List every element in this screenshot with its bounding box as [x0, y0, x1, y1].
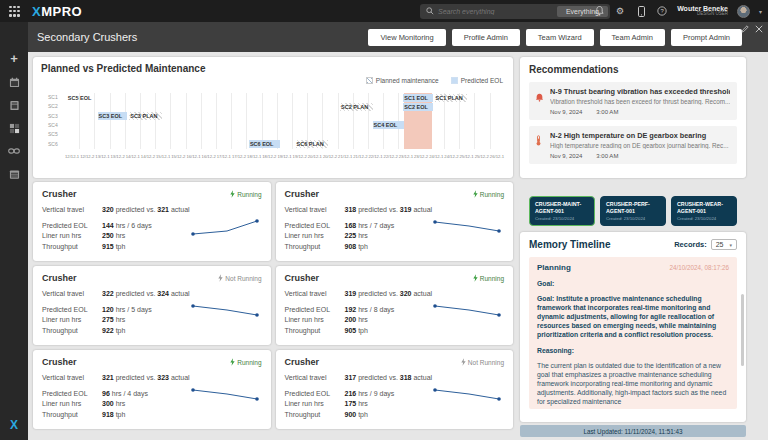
user-avatar[interactable] — [737, 5, 750, 18]
gantt-row-labels: SC1SC2SC3SC4SC5SC6 — [41, 93, 63, 149]
edit-pencil-icon[interactable] — [741, 25, 749, 35]
page-template-icon[interactable] — [8, 99, 20, 111]
axis-tick-label: 12/12-1 — [65, 152, 80, 161]
team-wizard-button[interactable]: Team Wizard — [526, 29, 594, 46]
predicted-eol-swatch — [451, 77, 458, 84]
alarm-icon — [535, 88, 544, 106]
agent-created: Created: 23/10/2024 — [677, 216, 731, 221]
axis-tick-label: 12/12-2 — [80, 152, 95, 161]
help-icon[interactable]: ? — [656, 5, 668, 17]
gantt-bar: SC3 EOL — [98, 112, 127, 120]
add-new-icon[interactable]: + — [8, 53, 20, 65]
search-input[interactable] — [434, 8, 557, 15]
settings-gear-icon[interactable]: ⚙ — [614, 5, 626, 17]
chevron-down-icon: ▾ — [729, 242, 732, 248]
axis-tick-label: 19/12-1 — [277, 152, 292, 161]
agent-name: CRUSHER-WEAR-AGENT-001 — [677, 201, 731, 214]
recommendation-item[interactable]: N-9 Thrust bearing vibration has exceede… — [529, 82, 737, 120]
recommendation-title: N-9 Thrust bearing vibration has exceede… — [550, 87, 730, 96]
gantt-chart: SC1SC2SC3SC4SC5SC6 SC5 EOLSC3 EOLSC3 PLA… — [41, 93, 505, 149]
recommendation-time: 3:00 AM — [596, 153, 618, 159]
agent-cards-row: CRUSHER-MAINT-AGENT-001 Created: 23/10/2… — [520, 190, 746, 232]
gantt-bar: SC5 EOL — [67, 94, 96, 102]
mobile-device-icon[interactable] — [635, 5, 647, 17]
recommendation-item[interactable]: N-2 High temperature on DE gearbox beari… — [529, 126, 737, 164]
scrollbar-thumb[interactable] — [741, 294, 744, 366]
axis-tick-label: 14/12-2 — [141, 152, 156, 161]
recommendation-time: 3:00 AM — [596, 109, 618, 115]
axis-tick-label: 24/12-1 — [429, 152, 444, 161]
power-icon — [230, 358, 235, 366]
trend-sparkline — [189, 299, 261, 323]
crusher-title: Crusher — [285, 273, 320, 283]
view-monitoring-button[interactable]: View Monitoring — [368, 29, 445, 46]
apps-grid-icon[interactable] — [9, 6, 20, 17]
recommendation-desc: High temperature reading on DE gearbox j… — [550, 142, 730, 149]
last-updated-text: Last Updated: 11/11/2024, 11:51:43 — [583, 428, 682, 435]
agent-card[interactable]: CRUSHER-WEAR-AGENT-001 Created: 23/10/20… — [671, 196, 737, 226]
main-content: Planned vs Predicted Maintenance Planned… — [28, 52, 768, 440]
axis-tick-label: 20/12-2 — [323, 152, 338, 161]
metric-label: Vertical travel — [285, 205, 345, 216]
status-badge: Running — [230, 358, 261, 366]
crusher-title: Crusher — [285, 357, 320, 367]
top-bar-right: ⚙ ? Wouter Beneke DESIGN USER ▾ — [593, 0, 762, 22]
gantt-title: Planned vs Predicted Maintenance — [41, 63, 505, 74]
axis-tick-label: 18/12-2 — [262, 152, 277, 161]
status-badge: Not Running — [218, 274, 261, 282]
metric-label: Throughput — [42, 410, 102, 421]
user-role: DESIGN USER — [677, 12, 728, 17]
close-icon[interactable] — [755, 25, 763, 35]
crusher-card: Crusher Not Running Vertical travel322 p… — [33, 266, 271, 345]
goal-label: Goal: — [537, 279, 729, 288]
data-grid-icon[interactable] — [8, 168, 20, 180]
memory-entry[interactable]: Planning 24/10/2024, 08:17:26 Goal: Goal… — [529, 257, 737, 409]
menu-hamburger-icon[interactable] — [9, 30, 20, 42]
user-caret-down-icon[interactable]: ▾ — [759, 8, 762, 15]
axis-tick-label: 22/12-1 — [368, 152, 383, 161]
search-box: Everything — [420, 4, 610, 19]
crusher-card: Crusher Running Vertical travel318 predi… — [276, 182, 514, 261]
trend-sparkline — [431, 299, 503, 323]
records-select[interactable]: 25 ▾ — [711, 239, 737, 250]
xmpro-logo[interactable]: XMPRO — [32, 4, 82, 19]
power-icon — [218, 274, 223, 282]
dashboard-blocks-icon[interactable] — [8, 122, 20, 134]
agent-card[interactable]: CRUSHER-PERF-AGENT-001 Created: 23/10/20… — [600, 196, 666, 226]
xmpro-x-logo[interactable]: X — [0, 418, 28, 432]
crusher-card: Crusher Not Running Vertical travel317 p… — [276, 350, 514, 429]
gantt-bar: SC2 PLAN — [340, 103, 373, 111]
agent-name: CRUSHER-PERF-AGENT-001 — [606, 201, 660, 214]
metric-label: Predicted EOL — [42, 221, 102, 232]
profile-admin-button[interactable]: Profile Admin — [452, 29, 520, 46]
reasoning-label: Reasoning: — [537, 346, 729, 355]
gantt-plot: SC5 EOLSC3 EOLSC3 PLANSC6 EOLSC6 PLANSC2… — [65, 93, 505, 149]
axis-tick-label: 24/12-2 — [444, 152, 459, 161]
axis-tick-label: 13/12-2 — [111, 152, 126, 161]
user-menu[interactable]: Wouter Beneke DESIGN USER — [677, 5, 728, 18]
legend-predicted-label: Predicted EOL — [461, 77, 503, 84]
status-badge: Running — [230, 190, 261, 198]
metric-label: Vertical travel — [42, 205, 102, 216]
gantt-bar: SC1 EOL — [403, 94, 432, 102]
gantt-row-label: SC6 — [41, 140, 63, 149]
last-updated-bar: Last Updated: 11/11/2024, 11:51:43 — [520, 425, 746, 437]
metric-label: Liner run hrs — [285, 315, 345, 326]
prompt-admin-button[interactable]: Prompt Admin — [671, 29, 742, 46]
reasoning-text: The current plan is outdated due to the … — [537, 361, 729, 406]
recommendation-date: Nov 9, 2024 — [550, 109, 582, 115]
memory-timeline-title: Memory Timeline — [529, 239, 611, 250]
calendar-icon[interactable] — [8, 76, 20, 88]
thermometer-icon — [535, 132, 542, 150]
link-icon[interactable] — [8, 145, 20, 157]
power-icon — [230, 190, 235, 198]
page-header: Secondary Crushers View Monitoring Profi… — [28, 22, 768, 52]
status-badge: Not Running — [461, 358, 504, 366]
axis-tick-label: 20/12-1 — [308, 152, 323, 161]
notifications-bell-icon[interactable] — [593, 5, 605, 17]
team-admin-button[interactable]: Team Admin — [600, 29, 665, 46]
recommendation-title: N-2 High temperature on DE gearbox beari… — [550, 131, 730, 140]
metric-label: Liner run hrs — [285, 399, 345, 410]
axis-tick-label: 23/12-2 — [414, 152, 429, 161]
agent-card[interactable]: CRUSHER-MAINT-AGENT-001 Created: 23/10/2… — [529, 196, 595, 226]
